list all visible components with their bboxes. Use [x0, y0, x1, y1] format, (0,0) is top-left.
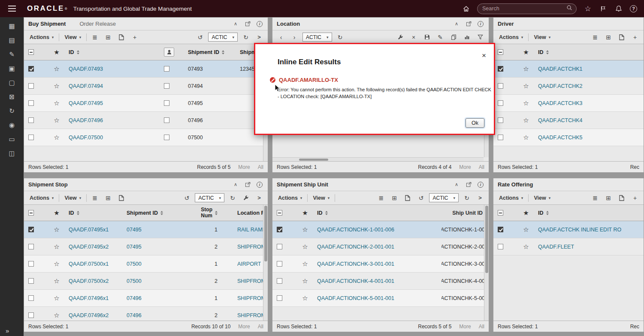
table-row[interactable]: ☆ QAADF.ACTCHK5 [493, 129, 644, 146]
info-icon[interactable]: i [478, 21, 484, 27]
row-select-checkbox[interactable] [277, 295, 282, 301]
collapse-panel-icon[interactable]: ∧ [454, 182, 460, 188]
column-header-ship-unit-id[interactable]: Ship Unit ID [441, 205, 489, 221]
row-select-checkbox[interactable] [498, 66, 503, 72]
column-header-id[interactable]: ID [317, 205, 441, 221]
shipment-link[interactable]: QAADF.07493 [69, 66, 103, 72]
row-select-checkbox[interactable] [28, 244, 34, 249]
detach-grid-icon[interactable]: ⊞ [603, 193, 614, 203]
manage-columns-icon[interactable]: ≣ [376, 193, 386, 203]
driver-link[interactable]: QAADF.ACTCHK1 [538, 66, 583, 72]
row-select-checkbox[interactable] [28, 66, 34, 72]
location-link[interactable]: AIRPORT [237, 261, 261, 267]
sidebar-expand-icon[interactable]: » [6, 327, 9, 334]
export-document-icon[interactable] [617, 32, 627, 42]
detach-grid-icon[interactable]: ⊞ [103, 32, 113, 42]
all-link[interactable]: All [258, 164, 263, 170]
tab-buy-shipment[interactable]: Buy Shipment [28, 21, 66, 27]
open-new-window-icon[interactable] [245, 182, 251, 188]
open-new-window-icon[interactable] [245, 21, 251, 27]
table-row[interactable]: ☆ QAADF.ACTIONCHK-5-001-001 ACTIONCHK-5-… [272, 290, 489, 307]
select-all-checkbox[interactable] [498, 210, 503, 216]
shipment-link[interactable]: QAADF.07500 [69, 135, 103, 141]
favorite-star-icon[interactable]: ☆ [45, 307, 69, 321]
row-select-checkbox[interactable] [498, 227, 503, 232]
stop-link[interactable]: QAADF.07500x2 [69, 278, 109, 284]
favorite-star-icon[interactable]: ☆ [514, 112, 538, 129]
favorite-star-icon[interactable]: ☆ [45, 78, 69, 94]
column-header-id[interactable]: ID [538, 44, 644, 60]
table-row[interactable]: ☆ QAADF.ACTIONCHK-3-001-001 ACTIONCHK-3-… [272, 255, 489, 273]
sidebar-item-copy-icon[interactable]: ▣ [7, 64, 17, 73]
all-link[interactable]: All [479, 164, 484, 170]
table-row[interactable]: ☆ QAADF.07494 07494 [24, 78, 268, 95]
actions-menu-button[interactable]: Actions▾ [497, 193, 525, 203]
save-disk-icon[interactable] [422, 32, 432, 42]
toolbar-overflow-icon[interactable]: > [254, 32, 264, 42]
saved-query-select[interactable]: ACTIC▾ [429, 193, 459, 202]
add-record-icon[interactable]: + [130, 32, 140, 42]
sort-icon[interactable] [325, 211, 328, 215]
manage-columns-icon[interactable]: ≣ [590, 193, 600, 203]
favorite-star-icon[interactable]: ☆ [45, 95, 69, 111]
favorites-star-icon[interactable]: ☆ [584, 4, 592, 13]
stop-link[interactable]: QAADF.07496x1 [69, 295, 109, 301]
table-row[interactable]: ☆ QAADF.ACTIONCHK-4-001-001 ACTIONCHK-4-… [272, 273, 489, 290]
column-header-location[interactable]: Location R [222, 205, 268, 221]
copy-record-icon[interactable] [448, 32, 459, 42]
select-all-checkbox[interactable] [28, 49, 34, 55]
assign-user-button[interactable] [164, 48, 174, 57]
shipment-link[interactable]: QAADF.07496 [69, 117, 103, 123]
sidebar-item-process-icon[interactable]: ↻ [7, 106, 17, 116]
column-header-id[interactable]: ID [538, 205, 644, 221]
table-row[interactable]: ☆ QAADF.07500x2 07500 2 SHIPFROM/ [24, 273, 268, 290]
all-link[interactable]: All [258, 324, 263, 330]
table-row[interactable]: ☆ QAADF.07493 07493 12345 [24, 60, 268, 78]
toolbar-overflow-icon[interactable]: > [475, 193, 485, 203]
scrollbar-thumb[interactable] [299, 159, 328, 161]
favorite-star-icon[interactable]: ☆ [514, 238, 538, 255]
hamburger-menu-icon[interactable] [0, 0, 24, 17]
favorite-star-icon[interactable]: ☆ [45, 60, 69, 77]
row-flag-checkbox[interactable] [164, 135, 169, 140]
row-select-checkbox[interactable] [498, 117, 503, 123]
table-row[interactable]: ☆ QAADF.ACTCHK1 [493, 60, 644, 78]
favorite-star-icon[interactable]: ☆ [293, 255, 317, 272]
sort-icon[interactable] [77, 50, 79, 54]
export-document-icon[interactable] [116, 193, 127, 203]
favorite-star-icon[interactable]: ☆ [514, 221, 538, 238]
sort-icon[interactable] [77, 211, 79, 215]
table-row[interactable]: ☆ QAADF.07495 07495 [24, 95, 268, 112]
row-select-checkbox[interactable] [277, 278, 282, 284]
vertical-scrollbar[interactable] [263, 205, 268, 321]
favorite-star-icon[interactable]: ☆ [514, 95, 538, 111]
info-icon[interactable]: i [478, 182, 484, 188]
add-record-icon[interactable]: + [630, 193, 640, 203]
driver-link[interactable]: QAADF.ACTCHK4 [538, 117, 583, 123]
filter-funnel-icon[interactable] [475, 32, 485, 42]
sort-icon[interactable] [160, 211, 163, 215]
run-query-icon[interactable]: ↺ [195, 32, 205, 42]
row-select-checkbox[interactable] [28, 312, 34, 318]
tools-wrench-icon[interactable] [241, 193, 251, 203]
favorite-star-icon[interactable]: ☆ [45, 290, 69, 306]
help-icon[interactable]: ? [630, 5, 637, 12]
table-row[interactable]: ☆ QAADF.ACTCHK2 [493, 78, 644, 95]
manage-columns-icon[interactable]: ≣ [90, 193, 100, 203]
favorite-star-icon[interactable]: ☆ [514, 60, 538, 77]
more-link[interactable]: More [459, 164, 471, 170]
info-icon[interactable]: i [257, 21, 263, 27]
shipment-link[interactable]: 07500 [127, 261, 142, 267]
table-row[interactable]: ☆ QAADF.07500x1 07500 1 AIRPORT [24, 255, 268, 273]
rate-offering-link[interactable]: QAADF.FLEET [538, 244, 574, 250]
row-flag-checkbox[interactable] [164, 66, 169, 72]
select-all-checkbox[interactable] [277, 210, 282, 216]
row-select-checkbox[interactable] [28, 117, 34, 123]
more-link[interactable]: More [459, 324, 471, 330]
table-row[interactable]: ☆ QAADF.07496x2 07496 2 SHIPFROM/ [24, 307, 268, 321]
stop-link[interactable]: QAADF.07495x1 [69, 227, 109, 233]
more-link[interactable]: More [238, 164, 250, 170]
view-menu-button[interactable]: View▾ [532, 193, 553, 203]
sort-icon[interactable] [215, 211, 218, 215]
row-select-checkbox[interactable] [28, 100, 34, 106]
